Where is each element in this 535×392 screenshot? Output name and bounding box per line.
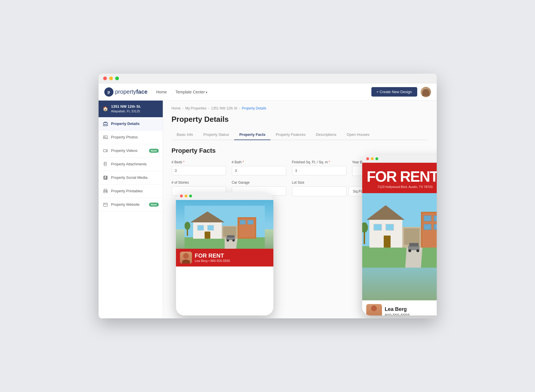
nav-right: + Create New Design xyxy=(371,87,431,97)
svg-rect-9 xyxy=(104,189,107,191)
tab-descriptions[interactable]: Descriptions xyxy=(311,130,342,140)
input-bath[interactable] xyxy=(232,166,286,175)
sidebar-nav-item-videos: Property Videos New! xyxy=(99,144,163,158)
svg-rect-33 xyxy=(227,235,234,238)
sidebar-item-property-photos[interactable]: Property Photos xyxy=(99,131,163,144)
phone-dot-yellow-2 xyxy=(371,157,374,160)
phone-1-agent-info: FOR RENT Lea Berg • 800-555-5555 xyxy=(195,253,269,262)
sidebar-nav-item-website: Property Website New! xyxy=(99,198,163,211)
sidebar-item-property-details[interactable]: Property Details xyxy=(99,117,163,130)
video-icon xyxy=(103,148,108,154)
breadcrumb-home[interactable]: Home xyxy=(172,106,181,110)
phone-2-agent-phone: 800-555-5555 xyxy=(385,313,410,315)
sidebar-item-property-videos[interactable]: Property Videos New! xyxy=(99,144,163,157)
label-stories: # of Stories xyxy=(172,181,226,185)
browser-minimize-dot[interactable] xyxy=(109,77,113,80)
tab-basic-info[interactable]: Basic Info xyxy=(172,130,198,140)
svg-rect-21 xyxy=(207,225,214,230)
svg-point-14 xyxy=(104,203,105,204)
agent-face-1 xyxy=(180,252,192,264)
form-group-lot-size: Lot Size Sq.Ft. Acres Sq.m xyxy=(292,181,373,196)
breadcrumb-address[interactable]: 1351 NW 12th St xyxy=(211,106,237,110)
label-car-garage: Car Garage xyxy=(232,181,286,185)
svg-rect-2 xyxy=(106,124,107,125)
sidebar-item-property-printables[interactable]: Property Printables xyxy=(99,185,163,198)
phone-dot-yellow-1 xyxy=(185,195,187,197)
nav-template-center-link[interactable]: Template Center xyxy=(175,90,207,94)
svg-rect-0 xyxy=(103,123,107,126)
sidebar-item-property-attachments[interactable]: Property Attachments xyxy=(99,158,163,171)
svg-rect-5 xyxy=(103,150,106,152)
phone-2-footer: Lea Berg 800-555-5555 xyxy=(362,300,437,315)
phone-2-agent-info: Lea Berg 800-555-5555 xyxy=(385,306,410,315)
address-text: 1351 NW 12th St. Allapattah, FL 33125 xyxy=(111,104,141,114)
nav-home-link[interactable]: Home xyxy=(156,90,167,94)
phone-1-agent-name: Lea Berg • 800-555-5555 xyxy=(195,259,269,262)
sidebar: 🏠 1351 NW 12th St. Allapattah, FL 33125 xyxy=(99,101,163,318)
phone-2-property-card: FOR RENT! 7123 Hollywood Blvd. Austin, T… xyxy=(362,163,437,315)
photo-icon xyxy=(103,134,108,140)
input-sqft[interactable] xyxy=(292,166,346,175)
address-city: Allapattah, FL 33125 xyxy=(111,109,141,113)
building-icon xyxy=(103,121,108,127)
sidebar-label-property-social-media: Property Social Media xyxy=(111,175,148,180)
svg-rect-48 xyxy=(434,215,437,221)
browser-window: p propertyface Home Template Center + Cr… xyxy=(99,74,437,318)
form-group-bath: # Bath * xyxy=(232,160,286,176)
phone-1-agent-avatar xyxy=(180,252,192,264)
svg-point-30 xyxy=(185,222,190,230)
svg-point-35 xyxy=(232,239,235,242)
browser-maximize-dot[interactable] xyxy=(115,77,119,80)
phone-2-house-image xyxy=(362,193,437,300)
browser-close-dot[interactable] xyxy=(103,77,107,80)
website-icon xyxy=(103,202,108,207)
sidebar-label-property-videos: Property Videos xyxy=(111,148,138,153)
svg-rect-49 xyxy=(424,224,431,230)
sidebar-nav-item-attachments: Property Attachments xyxy=(99,158,163,171)
breadcrumb-sep-3: › xyxy=(239,106,240,110)
breadcrumb-my-properties[interactable]: My Properties xyxy=(185,106,207,110)
svg-rect-11 xyxy=(104,192,107,193)
sidebar-item-property-social-media[interactable]: Property Social Media xyxy=(99,171,163,184)
phone-1-card-footer: FOR RENT Lea Berg • 800-555-5555 xyxy=(176,249,273,266)
sidebar-label-property-details: Property Details xyxy=(111,121,140,126)
svg-point-34 xyxy=(227,239,229,242)
sidebar-label-property-website: Property Website xyxy=(111,202,140,207)
phone-2-chrome xyxy=(362,155,437,163)
form-group-sqft: Finished Sq. Ft. / Sq. m * xyxy=(292,160,346,176)
required-indicator: * xyxy=(183,160,185,164)
svg-rect-27 xyxy=(240,220,246,224)
address-street: 1351 NW 12th St. xyxy=(111,104,141,109)
svg-rect-28 xyxy=(248,220,253,224)
tab-open-houses[interactable]: Open Houses xyxy=(342,130,375,140)
avatar-image xyxy=(421,87,431,97)
sidebar-address[interactable]: 🏠 1351 NW 12th St. Allapattah, FL 33125 xyxy=(99,101,163,117)
create-new-design-button[interactable]: + Create New Design xyxy=(371,87,417,97)
attachment-icon xyxy=(103,161,108,167)
sidebar-nav-item-photos: Property Photos xyxy=(99,131,163,144)
phone-2-address: 7123 Hollywood Blvd. Austin, TX 78703 xyxy=(367,185,437,189)
user-avatar[interactable] xyxy=(421,87,431,97)
svg-rect-40 xyxy=(374,224,382,230)
tab-property-features[interactable]: Property Features xyxy=(271,130,311,140)
nav-left: p propertyface Home Template Center xyxy=(104,87,208,97)
label-sqft: Finished Sq. Ft. / Sq. m * xyxy=(292,160,346,164)
phone-2-for-rent-text: FOR RENT! xyxy=(367,169,437,184)
logo[interactable]: p propertyface xyxy=(104,87,148,97)
svg-point-57 xyxy=(416,249,419,252)
svg-rect-42 xyxy=(384,236,391,248)
page-title: Property Details xyxy=(172,115,428,124)
input-lot-size[interactable] xyxy=(292,186,346,196)
breadcrumb-current: Property Details xyxy=(242,106,266,110)
input-beds[interactable] xyxy=(172,166,226,175)
top-nav: p propertyface Home Template Center + Cr… xyxy=(99,83,437,101)
required-indicator-bath: * xyxy=(243,160,244,164)
sidebar-item-property-website[interactable]: Property Website New! xyxy=(99,198,163,211)
svg-rect-47 xyxy=(424,215,431,221)
svg-rect-44 xyxy=(404,228,420,245)
tab-property-status[interactable]: Property Status xyxy=(198,130,234,140)
svg-rect-22 xyxy=(205,232,210,239)
browser-chrome xyxy=(99,74,437,83)
breadcrumb-sep-2: › xyxy=(208,106,209,110)
tab-property-facts[interactable]: Property Facts xyxy=(234,130,271,140)
